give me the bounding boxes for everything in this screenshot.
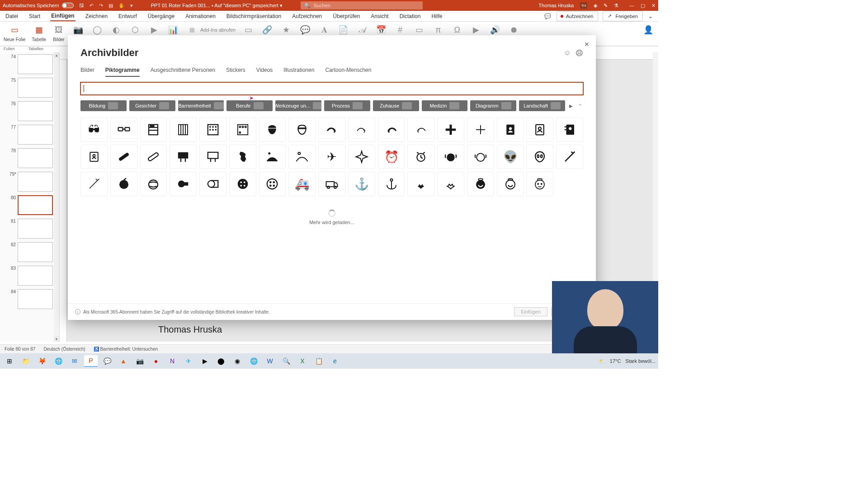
icon-coral-solid[interactable] xyxy=(407,172,434,196)
slidenum-icon[interactable]: # xyxy=(394,23,406,36)
wordart-icon[interactable]: 𝒜 xyxy=(356,23,368,36)
tab-einfuegen[interactable]: Einfügen xyxy=(50,11,75,21)
cat-prozess[interactable]: Prozess xyxy=(324,100,370,111)
model-icon[interactable]: ▶ xyxy=(148,23,160,36)
icon-tape-solid[interactable] xyxy=(170,172,197,196)
share-button[interactable]: ↗Freigeben xyxy=(603,11,643,21)
user-name-label[interactable]: Thomas Hruska xyxy=(538,3,574,8)
screenrec-icon[interactable]: ⏺ xyxy=(508,23,520,36)
3d-icon[interactable]: ⬡ xyxy=(129,23,142,36)
user-avatar[interactable]: TH xyxy=(580,2,587,9)
icon-farm-solid[interactable] xyxy=(259,145,286,169)
cat-medizin[interactable]: Medizin xyxy=(422,100,468,111)
icon-arrow-left-curve-thin[interactable] xyxy=(407,117,434,142)
dlg-tab-piktogramme[interactable]: Piktogramme xyxy=(105,67,140,77)
feedback-happy-icon[interactable]: ☺ xyxy=(564,49,571,57)
icon-angel-outline[interactable] xyxy=(497,172,524,196)
explorer-icon[interactable]: 📁 xyxy=(19,355,33,367)
telegram-icon[interactable]: ✈ xyxy=(182,355,195,367)
icon-tape-outline[interactable] xyxy=(199,172,226,196)
app-icon-3[interactable]: ● xyxy=(149,355,163,367)
insert-button[interactable]: Einfügen xyxy=(514,307,547,316)
cat-barrierefreiheit[interactable]: Barrierefreiheit xyxy=(178,100,224,111)
close-button[interactable]: ✕ xyxy=(651,3,656,9)
cat-berufe[interactable]: Berufe xyxy=(226,100,273,111)
slide-thumbnail[interactable]: 83 xyxy=(9,266,53,286)
app-icon-8[interactable]: 🔍 xyxy=(279,355,293,367)
icon-alien-outline[interactable] xyxy=(526,145,553,169)
dlg-tab-cartoon[interactable]: Cartoon-Menschen xyxy=(325,67,371,77)
table-button[interactable]: ▦Tabelle xyxy=(32,23,46,42)
tab-ansicht[interactable]: Ansicht xyxy=(370,12,389,21)
date-icon[interactable]: 📅 xyxy=(375,23,387,36)
comment-icon[interactable]: 💬 xyxy=(543,12,552,21)
icon-abacus-3[interactable] xyxy=(199,117,226,142)
icon-coral-outline[interactable] xyxy=(437,172,464,196)
slide-thumbnail[interactable]: 77 xyxy=(9,125,53,145)
search-box[interactable]: 🔍 Suchen xyxy=(301,1,423,9)
onenote-icon[interactable]: N xyxy=(165,355,179,367)
firefox-icon[interactable]: 🦊 xyxy=(35,355,49,367)
new-slide-button[interactable]: ▭Neue Folie xyxy=(4,23,25,42)
collapse-ribbon-icon[interactable]: ⌄ xyxy=(647,12,654,21)
tab-animationen[interactable]: Animationen xyxy=(184,12,217,21)
cat-diagramm[interactable]: Diagramm xyxy=(470,100,516,111)
icon-3d-glasses-outline[interactable] xyxy=(110,117,137,142)
vlc-icon[interactable]: ▲ xyxy=(117,355,130,367)
icon-abacus-1[interactable] xyxy=(140,117,167,142)
tab-bildschirm[interactable]: Bildschirmpräsentation xyxy=(226,12,282,21)
tab-entwurf[interactable]: Entwurf xyxy=(118,12,138,21)
icon-contact-book-2[interactable] xyxy=(556,117,583,142)
equation-icon[interactable]: π xyxy=(432,23,444,36)
audio-icon[interactable]: 🔊 xyxy=(489,23,501,36)
overflow-icon[interactable]: ▾ xyxy=(130,3,133,9)
icon-alarm-ring-outline[interactable] xyxy=(467,145,494,169)
weather-temp[interactable]: 17°C xyxy=(610,358,621,364)
dialog-search-input[interactable] xyxy=(80,82,583,95)
icon-arrow-right-curve-solid[interactable] xyxy=(318,117,345,142)
icon-contact-book-outline[interactable] xyxy=(526,117,553,142)
cameo-icon[interactable]: 👤 xyxy=(642,23,655,36)
weather-desc[interactable]: Stark bewöl... xyxy=(625,358,656,364)
cat-werkzeuge[interactable]: Werkzeuge un... xyxy=(275,100,321,111)
beaker-icon[interactable]: ⚗ xyxy=(614,3,618,9)
icon-contact-card-outline[interactable] xyxy=(80,145,108,169)
icon-acorn-outline[interactable] xyxy=(288,117,316,142)
video-icon[interactable]: ▶ xyxy=(470,23,482,36)
object-icon[interactable]: ▭ xyxy=(413,23,425,36)
save-icon[interactable]: 🖫 xyxy=(79,3,84,9)
icon-alien-solid[interactable]: 👽 xyxy=(497,145,524,169)
icon-abacus-4[interactable] xyxy=(229,117,256,142)
maximize-button[interactable]: ▢ xyxy=(641,3,645,9)
word-icon[interactable]: W xyxy=(263,355,277,367)
scroll-down-icon[interactable]: ▾ xyxy=(54,336,59,342)
tab-start[interactable]: Start xyxy=(28,12,41,21)
zoom-icon[interactable]: ▭ xyxy=(242,23,255,36)
app-icon-5[interactable]: ⬤ xyxy=(214,355,228,367)
outlook-icon[interactable]: ✉ xyxy=(68,355,81,367)
slide-thumbnail[interactable]: 75 xyxy=(9,78,53,98)
smartart-icon[interactable]: ◐ xyxy=(110,23,123,36)
icon-ambulance-solid[interactable]: 🚑 xyxy=(288,172,316,196)
slide-thumbnail[interactable]: 81 xyxy=(9,219,53,239)
icon-ambulance-outline[interactable] xyxy=(318,172,345,196)
icon-abacus-2[interactable] xyxy=(170,117,197,142)
tab-uebergaenge[interactable]: Übergänge xyxy=(147,12,175,21)
icon-plus-thin[interactable] xyxy=(467,117,494,142)
autosave-toggle[interactable] xyxy=(62,3,74,8)
icon-plus-bold[interactable] xyxy=(437,117,464,142)
app-icon-4[interactable]: ▶ xyxy=(198,355,212,367)
header-icon[interactable]: 📄 xyxy=(337,23,349,36)
redo-icon[interactable]: ↷ xyxy=(99,3,103,9)
icon-billboard-outline[interactable] xyxy=(199,145,226,169)
minimize-button[interactable]: — xyxy=(629,3,634,9)
diamond-icon[interactable]: ◈ xyxy=(594,3,597,9)
textbox-icon[interactable]: 𝐀 xyxy=(318,23,330,36)
accessibility-status[interactable]: ♿ Barrierefreiheit: Untersuchen xyxy=(94,347,158,352)
symbol-icon[interactable]: Ω xyxy=(451,23,463,36)
dlg-tab-stickers[interactable]: Stickers xyxy=(226,67,245,77)
touch-icon[interactable]: ✋ xyxy=(118,3,125,9)
chrome-icon[interactable]: 🌐 xyxy=(52,355,65,367)
icon-needle-outline[interactable] xyxy=(80,172,108,196)
icon-needle-solid[interactable] xyxy=(556,145,583,169)
